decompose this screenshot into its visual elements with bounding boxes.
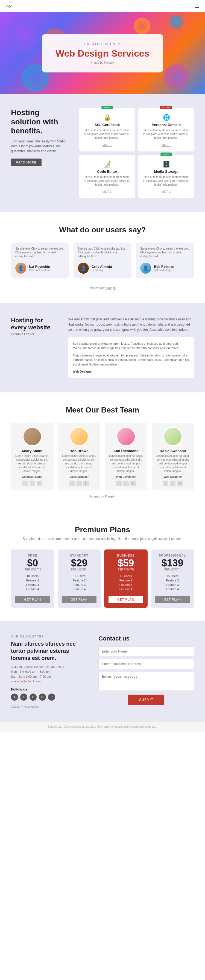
users-section: What do our users say? Sample text. Clic… — [0, 212, 205, 303]
user-text-celia: Sample text. Click to select the text bo… — [78, 247, 127, 258]
instagram-icon-ann[interactable]: in — [130, 480, 136, 486]
team-card-marry: Marry Smith Lorem ipsum dolor sit amet, … — [11, 423, 54, 490]
user-info-nat: 👤 Nat Reynolds Chief Accountant — [15, 263, 65, 274]
twitter-icon-bob[interactable]: t — [76, 480, 82, 486]
domain-more-link[interactable]: MORE — [162, 143, 171, 146]
contact-submit-button[interactable]: SUBMIT — [128, 695, 164, 705]
storage-more-link[interactable]: MORE — [162, 190, 171, 193]
facebook-follow-icon[interactable]: f — [11, 694, 18, 701]
agency-label: CREATIVE AGENCY — [56, 42, 149, 46]
team-card-rosie: Rosie Swanson Lorem ipsum dolor sit amet… — [152, 423, 194, 490]
plan-feature-pro-3: Feature 4 — [155, 587, 190, 591]
facebook-icon-rosie[interactable]: f — [163, 480, 168, 486]
instagram-icon-rosie[interactable]: in — [177, 480, 183, 486]
user-role-celia: Secretary — [92, 269, 112, 272]
address-line2: Mon – Fri: 9:00 am – 8:00 pm, — [11, 670, 87, 675]
storage-card: FREE 🗄️ Media Storage Duis aute irure do… — [138, 155, 194, 198]
user-card-celia: Sample text. Click to select the text bo… — [73, 242, 132, 278]
plan-feature-pro-2: Feature 3 — [155, 583, 190, 586]
user-role-bob: Sales Manager — [154, 269, 173, 272]
user-card-nat: Sample text. Click to select the text bo… — [11, 242, 69, 278]
storage-text: Duis aute irure dolor in reprehenderit i… — [143, 175, 190, 187]
get-plan-standard-button[interactable]: GET PLAN — [62, 596, 97, 603]
hero-title: Web Design Services — [56, 48, 149, 59]
twitter-icon-rosie[interactable]: t — [170, 480, 175, 486]
team-text-rosie: Lorem ipsum dolor sit amet, consectetur … — [156, 454, 190, 473]
follow-label: Follow us — [11, 687, 87, 691]
hosting-left: Hosting solution with benefits. Turn you… — [11, 108, 71, 166]
address-line3: Sat – Sun: 9:00 am – 7:00 pm — [11, 675, 87, 679]
get-plan-free-button[interactable]: GET PLAN — [15, 596, 50, 603]
footer-note: Sample text. Click to select the text bo… — [0, 722, 205, 732]
twitter-icon-ann[interactable]: t — [123, 480, 129, 486]
linkedin-follow-icon[interactable]: in — [39, 694, 46, 701]
user-avatar-bob: 👤 — [140, 263, 151, 274]
newsletter-address: 3045 10 Sunrice Avenue, 123-456-7890 Mon… — [11, 665, 87, 684]
instagram-icon-marry[interactable]: in — [37, 480, 42, 486]
image-credit: Image by Freepik — [56, 61, 149, 64]
user-info-bob: 👤 Bob Roberts Sales Manager — [140, 263, 190, 274]
team-photo-ann — [116, 427, 135, 446]
instagram-icon-bob[interactable]: in — [83, 480, 89, 486]
plan-professional: PROFESSIONAL $139 PER MONTH 15 Users Fea… — [151, 549, 194, 608]
plan-feature-free-2: Feature 3 — [15, 583, 50, 586]
plan-period-business: PER MONTH — [108, 568, 143, 571]
contact-name-input[interactable] — [99, 646, 194, 656]
plan-feature-free-3: Feature 4 — [15, 587, 50, 591]
hosting-section: Hosting solution with benefits. Turn you… — [0, 94, 205, 212]
user-card-bob: Sample text. Click to select the text bo… — [136, 242, 194, 278]
user-text-nat: Sample text. Click to select the text bo… — [15, 247, 65, 258]
team-name-ann: Ann Richmond — [109, 449, 143, 453]
bottom-section: OUR NEWSLETTER Nam ultrices ultrices nec… — [0, 621, 205, 722]
get-plan-professional-button[interactable]: GET PLAN — [155, 596, 190, 603]
quote-role: Web Designer — [73, 369, 190, 374]
plan-price-business: $59 — [108, 558, 143, 568]
twitter-icon-marry[interactable]: t — [30, 480, 35, 486]
menu-icon[interactable]: ☰ — [195, 3, 200, 9]
plan-feature-pro-0: 15 Users — [155, 574, 190, 578]
ssl-icon: 🔒 — [84, 114, 131, 121]
ssl-text: Duis aute irure dolor in reprehenderit i… — [84, 129, 131, 140]
team-photo-marry — [23, 427, 42, 446]
team-role-bob-brown: Sales Manager — [62, 476, 96, 478]
team-name-bob-brown: Bob Brown — [62, 449, 96, 453]
follow-icons: f t G in P — [11, 694, 87, 701]
plan-name-free: FREE — [15, 554, 50, 557]
team-name-rosie: Rosie Swanson — [156, 449, 190, 453]
ssl-card: FREE 🔒 SSL Certificate Duis aute irure d… — [79, 108, 135, 151]
users-image-credit: Images from Freepik — [11, 286, 194, 290]
user-name-celia: Celia Almeda — [92, 265, 112, 269]
hosting-cards: FREE 🔒 SSL Certificate Duis aute irure d… — [79, 108, 194, 198]
contact-email-input[interactable] — [99, 659, 194, 669]
ssl-badge: FREE — [102, 106, 113, 109]
facebook-icon-bob[interactable]: f — [69, 480, 75, 486]
plan-feature-biz-2: Feature 3 — [108, 583, 143, 586]
google-follow-icon[interactable]: G — [30, 694, 37, 701]
domain-icon: 🌐 — [143, 114, 190, 121]
newsletter-email[interactable]: contacts@ecbspt.com — [11, 679, 40, 683]
hosting-heading: Hosting solution with benefits. — [11, 108, 71, 135]
pinterest-follow-icon[interactable]: P — [48, 694, 55, 701]
ssl-more-link[interactable]: MORE — [103, 143, 112, 146]
plan-business: BUSINESS $59 PER MONTH 15 Users Feature … — [104, 549, 148, 608]
facebook-icon-marry[interactable]: f — [22, 480, 28, 486]
hosting-every-content: We also know that pros and newbies alike… — [68, 317, 194, 378]
team-role-rosie: Web Designer — [156, 476, 190, 478]
user-info-celia: 👤 Celia Almeda Secretary — [78, 263, 127, 274]
plan-feature-std-2: Feature 3 — [62, 583, 97, 586]
contact-message-input[interactable] — [99, 671, 194, 691]
team-text-marry: Lorem ipsum dolor sit amet, consectetur … — [15, 454, 49, 473]
plan-feature-pro-1: Feature 2 — [155, 579, 190, 582]
plan-feature-biz-3: Feature 4 — [108, 587, 143, 591]
read-more-button[interactable]: READ MORE — [11, 159, 41, 166]
team-section: Meet Our Best Team Marry Smith Lorem ips… — [0, 392, 205, 512]
twitter-follow-icon[interactable]: t — [20, 694, 27, 701]
facebook-icon-ann[interactable]: f — [116, 480, 122, 486]
users-cards: Sample text. Click to select the text bo… — [11, 242, 194, 278]
team-name-marry: Marry Smith — [15, 449, 49, 453]
copyright-text: ©2021 Privacy policy — [11, 705, 87, 708]
quote-paragraph-1: Sed pulvinar proin gravida hendrerit lec… — [73, 341, 190, 350]
code-more-link[interactable]: MORE — [103, 190, 112, 193]
plan-feature-biz-0: 15 Users — [108, 574, 143, 578]
get-plan-business-button[interactable]: GET PLAN — [108, 596, 143, 603]
